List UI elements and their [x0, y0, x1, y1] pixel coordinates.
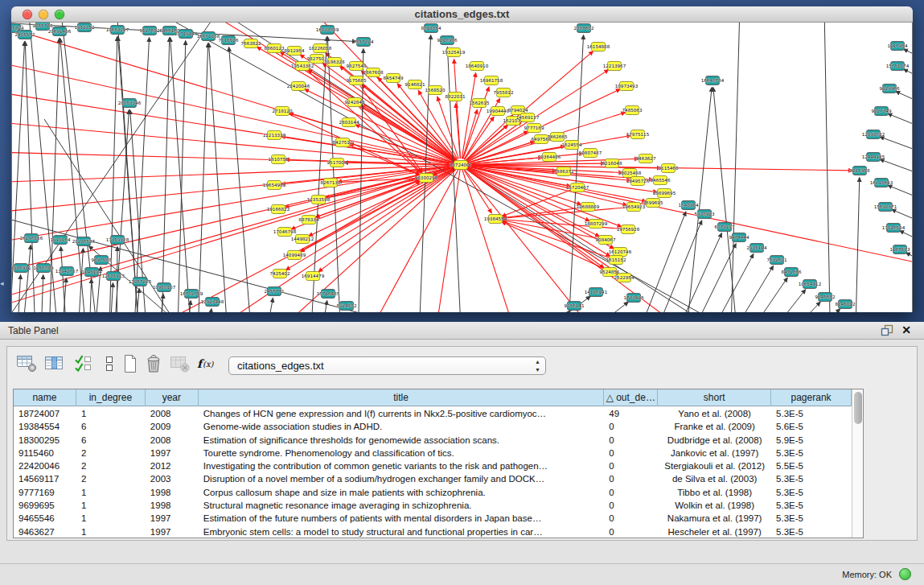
graph-node-label: 1810755 [269, 157, 289, 162]
graph-node-label: 7663822 [241, 41, 261, 46]
delete-columns-button[interactable] [142, 353, 166, 377]
citation-edge [12, 165, 461, 308]
graph-node-label: 26206556 [20, 236, 43, 241]
graph-node-label: 16033809 [316, 27, 339, 32]
table-scrollbar[interactable] [852, 389, 863, 538]
table-cell: 9465546 [14, 512, 76, 525]
column-header-in_degree[interactable]: in_degree [76, 389, 146, 406]
table-row[interactable]: 1872400712008Changes of HCN gene express… [14, 407, 852, 420]
table-cell: 5.3E-5 [771, 486, 852, 499]
graph-node-label: 15751074 [886, 64, 910, 68]
window-titlebar[interactable]: citations_edges.txt [11, 6, 913, 23]
table-select-dropdown[interactable]: citations_edges.txt ▲▼ [228, 356, 546, 375]
table-cell: 22420046 [14, 459, 76, 472]
float-panel-icon[interactable] [881, 324, 893, 337]
status-bar: Memory: OK [0, 563, 924, 585]
table-cell: 5.5E-5 [771, 459, 852, 472]
select-columns-button[interactable] [43, 353, 67, 377]
citation-edge [206, 309, 211, 312]
table-scrollbar-thumb[interactable] [854, 392, 862, 424]
table-cell: 2003 [146, 472, 199, 485]
table-panel-header: Table Panel ✕ [0, 322, 924, 340]
network-graph[interactable]: 1872400720557249055728195235224055722069… [12, 23, 913, 312]
graph-node-label: 9474444 [729, 235, 749, 240]
graph-node-label: 10025488 [618, 171, 642, 175]
table-row[interactable]: 946362711997Embryonic stem cells: a mode… [14, 525, 852, 538]
graph-node-label: 16961758 [480, 78, 503, 83]
table-cell: 49 [604, 407, 658, 420]
graph-node-label: 9777169 [524, 126, 544, 130]
graph-node-label: 1145194 [82, 270, 102, 274]
table-cell: 5.3E-5 [771, 407, 852, 420]
graph-node-label: 1117954 [888, 43, 908, 48]
graph-node-label: 10973493 [615, 84, 639, 89]
graph-node-label: 5938923 [695, 212, 715, 216]
citation-edge [454, 60, 461, 159]
graph-node-label: 20206536 [72, 239, 96, 244]
graph-node-label: 9245652 [815, 295, 836, 299]
graph-node-label: 9397588 [92, 257, 112, 262]
citation-edge [109, 283, 113, 312]
apply-function-button[interactable]: f(x) [194, 353, 218, 377]
select-rows-button[interactable] [72, 353, 96, 377]
graph-node-label: 10654112 [799, 282, 821, 286]
create-column-button[interactable] [118, 353, 142, 377]
table-cell: 1 [76, 486, 146, 499]
column-header-name[interactable]: name [14, 389, 76, 406]
graph-node-label: 12923448 [201, 299, 224, 304]
table-row[interactable]: 1830029562008Estimation of significance … [14, 434, 852, 447]
table-row[interactable]: 969969511998Structural magnetic resonanc… [14, 499, 852, 512]
graph-node-label: 14099489 [283, 253, 306, 257]
graph-node-label: 1156819 [34, 266, 54, 270]
citation-edge [548, 303, 628, 312]
resize-grip[interactable] [12, 23, 23, 34]
delete-table-icon [170, 353, 191, 377]
graph-node-label: 12213967 [603, 64, 626, 68]
table-row[interactable]: 1938455462009Genome-wide association stu… [14, 420, 852, 433]
close-panel-icon[interactable]: ✕ [900, 323, 913, 336]
citation-edge [523, 311, 569, 312]
table-row[interactable]: 2242004622012Investigating the contribut… [14, 459, 852, 472]
graph-node-label: 17359928 [106, 237, 129, 242]
table-cell: Structural magnetic resonance image aver… [199, 499, 604, 512]
graph-node-label: 1615152 [606, 257, 626, 262]
graph-node-label: 9517004 [327, 160, 347, 165]
graph-node-label: 9056141 [565, 303, 585, 308]
delete-table-button[interactable] [168, 353, 192, 377]
citation-edge [16, 275, 20, 312]
table-cell: 2009 [146, 420, 199, 433]
table-row[interactable]: 911546021997Tourette syndrome. Phenomeno… [14, 447, 852, 459]
graph-node-label: 19654985 [263, 183, 286, 187]
table-row[interactable]: 1456911722003Disruption of a novel membe… [14, 472, 852, 485]
graph-node-label: 7632621 [767, 257, 787, 262]
table-settings-button[interactable] [15, 353, 39, 377]
citation-edge [790, 309, 840, 312]
table-row[interactable]: 977716911998Corpus callosum shape and si… [14, 486, 852, 499]
graph-node-label: 16648784 [701, 78, 725, 83]
network-canvas[interactable]: 1872400720557249055728195235224055722069… [11, 23, 913, 312]
graph-node-label: 10807487 [579, 150, 602, 155]
column-header-pagerank[interactable]: pagerank [771, 389, 852, 406]
table-cell: 2 [76, 472, 146, 485]
table-cell: 1 [76, 525, 146, 538]
table-cell: Disruption of a novel member of a sodium… [199, 472, 604, 485]
graph-node-label: 7425402 [270, 271, 290, 276]
table-cell: 5.3E-5 [771, 447, 852, 459]
graph-node-label: 9465546 [651, 178, 671, 183]
citation-edge [735, 278, 787, 312]
memory-status-indicator[interactable] [899, 568, 911, 580]
graph-node-label: 14498212 [291, 237, 314, 241]
graph-node-label: 7485063 [622, 108, 643, 113]
graph-node-label: 10719144 [175, 31, 198, 36]
column-header-year[interactable]: year [146, 389, 199, 406]
table-row[interactable]: 946554611997Estimation of the future num… [14, 512, 852, 525]
column-header-title[interactable]: title [199, 389, 605, 406]
citation-edge [177, 41, 186, 312]
graph-node-label: 15692971 [874, 204, 897, 209]
table-cell: Dudbridge et al. (2008) [658, 434, 771, 447]
create-column-icon [121, 353, 139, 377]
column-header-out_de[interactable]: △ out_de… [604, 389, 658, 406]
panel-collapse-arrow[interactable]: ◂ [0, 278, 6, 288]
table-cell: Changes of HCN gene expression and I(f) … [199, 407, 604, 420]
column-header-short[interactable]: short [658, 389, 771, 406]
